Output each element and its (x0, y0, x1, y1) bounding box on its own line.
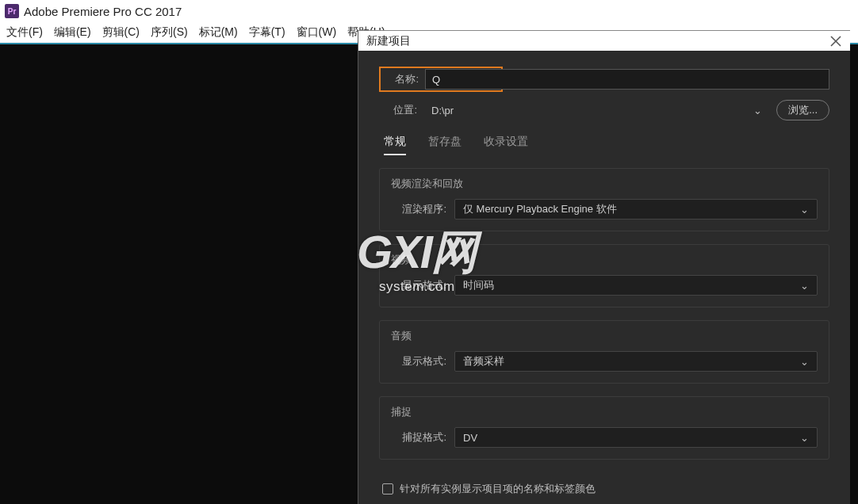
name-row: 名称: (379, 67, 829, 92)
dialog-title: 新建项目 (366, 34, 411, 48)
menu-window[interactable]: 窗口(W) (297, 25, 337, 40)
chevron-down-icon: ⌄ (800, 204, 809, 216)
dialog-body: 名称: 位置: D:\pr ⌄ 浏览... 常规 暂存盘 收录设置 视频渲染和回… (358, 51, 850, 504)
section-title-capture: 捕捉 (391, 405, 818, 419)
video-display-value: 时间码 (463, 278, 494, 292)
capture-format-dropdown[interactable]: DV ⌄ (454, 427, 818, 448)
show-names-label: 针对所有实例显示项目项的名称和标签颜色 (400, 482, 596, 496)
location-value: D:\pr (431, 105, 454, 116)
renderer-value: 仅 Mercury Playback Engine 软件 (463, 202, 617, 216)
location-row: 位置: D:\pr ⌄ 浏览... (379, 100, 829, 120)
menu-clip[interactable]: 剪辑(C) (102, 25, 140, 40)
capture-format-label: 捕捉格式: (391, 430, 446, 445)
renderer-dropdown[interactable]: 仅 Mercury Playback Engine 软件 ⌄ (454, 199, 818, 220)
close-icon[interactable] (829, 35, 842, 48)
video-display-label: 显示格式: (391, 278, 446, 292)
section-audio: 音频 显示格式: 音频采样 ⌄ (379, 320, 829, 384)
menu-sequence[interactable]: 序列(S) (151, 25, 188, 40)
browse-button[interactable]: 浏览... (776, 100, 829, 120)
app-icon: Pr (5, 4, 19, 18)
name-input[interactable] (425, 69, 829, 90)
chevron-down-icon: ⌄ (800, 432, 809, 444)
audio-display-label: 显示格式: (391, 354, 446, 368)
dialog-header: 新建项目 (358, 31, 850, 51)
titlebar: Pr Adobe Premiere Pro CC 2017 (0, 0, 858, 22)
tabs: 常规 暂存盘 收录设置 (379, 135, 829, 155)
name-label: 名称: (381, 72, 419, 86)
menu-title[interactable]: 字幕(T) (249, 25, 285, 40)
tab-scratch[interactable]: 暂存盘 (428, 135, 462, 155)
menu-file[interactable]: 文件(F) (6, 25, 43, 40)
section-video-render: 视频渲染和回放 渲染程序: 仅 Mercury Playback Engine … (379, 168, 829, 231)
chevron-down-icon: ⌄ (753, 105, 762, 116)
tab-general[interactable]: 常规 (384, 135, 406, 155)
menu-marker[interactable]: 标记(M) (199, 25, 238, 40)
section-title-video: 视频 (391, 253, 818, 267)
section-title-audio: 音频 (391, 329, 818, 343)
section-title-video-render: 视频渲染和回放 (391, 177, 818, 191)
chevron-down-icon: ⌄ (800, 356, 809, 368)
tab-ingest[interactable]: 收录设置 (484, 135, 528, 155)
audio-display-value: 音频采样 (463, 354, 504, 368)
audio-display-dropdown[interactable]: 音频采样 ⌄ (454, 351, 818, 372)
menu-edit[interactable]: 编辑(E) (54, 25, 91, 40)
show-names-checkbox[interactable] (382, 483, 393, 494)
location-select[interactable]: D:\pr ⌄ (425, 100, 768, 120)
capture-format-value: DV (463, 432, 477, 444)
app-title: Adobe Premiere Pro CC 2017 (24, 5, 182, 18)
show-names-row[interactable]: 针对所有实例显示项目项的名称和标签颜色 (379, 482, 829, 496)
section-video: 视频 显示格式: 时间码 ⌄ (379, 244, 829, 307)
new-project-dialog: 新建项目 名称: 位置: D:\pr ⌄ 浏览... 常规 暂存盘 收 (358, 30, 850, 504)
location-label: 位置: (379, 103, 417, 117)
video-display-dropdown[interactable]: 时间码 ⌄ (454, 275, 818, 296)
renderer-label: 渲染程序: (391, 202, 446, 216)
chevron-down-icon: ⌄ (800, 280, 809, 292)
section-capture: 捕捉 捕捉格式: DV ⌄ (379, 396, 829, 460)
